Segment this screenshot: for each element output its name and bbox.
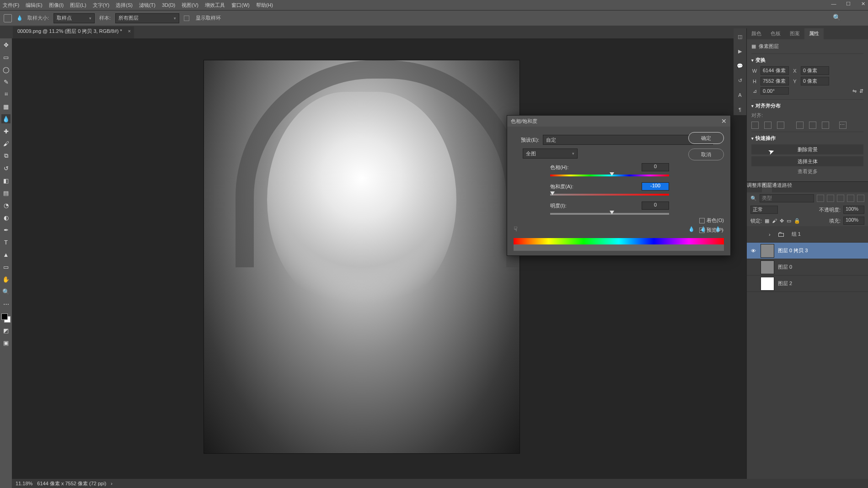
align-right-icon[interactable] bbox=[777, 122, 784, 129]
align-top-icon[interactable] bbox=[796, 122, 804, 129]
gradient-tool[interactable]: ▤ bbox=[1, 188, 11, 197]
lock-nest-icon[interactable]: ▭ bbox=[787, 218, 791, 224]
tab-paths[interactable]: 路径 bbox=[782, 182, 792, 192]
tab-properties[interactable]: 属性 bbox=[804, 28, 824, 39]
close-tab-icon[interactable]: × bbox=[128, 28, 130, 34]
hue-saturation-dialog[interactable]: 色相/饱和度 ✕ 预设(E): 自定 ⚙ 确定 取消 全图 色相(H): 0 饱… bbox=[507, 115, 731, 256]
layer-thumbnail[interactable] bbox=[761, 244, 774, 258]
see-more-link[interactable]: 查看更多 bbox=[751, 168, 863, 175]
blur-tool[interactable]: ◔ bbox=[1, 201, 11, 210]
filter-type-icon[interactable] bbox=[837, 195, 844, 202]
eyedropper-tool[interactable]: 💧 bbox=[1, 114, 11, 123]
align-more-icon[interactable]: ⋯ bbox=[839, 122, 847, 129]
tab-layers[interactable]: 图层 bbox=[762, 182, 772, 192]
edit-toolbar[interactable]: ⋯ bbox=[1, 299, 11, 308]
menu-3d[interactable]: 3D(D) bbox=[162, 2, 175, 8]
saturation-input[interactable]: -100 bbox=[642, 182, 669, 191]
tab-color[interactable]: 颜色 bbox=[747, 28, 766, 39]
lock-image-icon[interactable]: 🖌 bbox=[772, 218, 777, 223]
menu-layer[interactable]: 图层(L) bbox=[70, 2, 86, 9]
fill-field[interactable]: 100% bbox=[843, 217, 864, 225]
filter-search-icon[interactable]: 🔍 bbox=[750, 196, 757, 202]
filter-adjust-icon[interactable] bbox=[827, 195, 834, 202]
cancel-button[interactable]: 取消 bbox=[688, 149, 724, 160]
ok-button[interactable]: 确定 bbox=[688, 132, 724, 144]
menu-filter[interactable]: 滤镜(T) bbox=[139, 2, 155, 9]
hue-input[interactable]: 0 bbox=[642, 163, 669, 171]
eraser-tool[interactable]: ◧ bbox=[1, 176, 11, 185]
filter-shape-icon[interactable] bbox=[847, 195, 854, 202]
sample-select[interactable]: 所有图层 bbox=[115, 13, 179, 23]
lightness-slider[interactable] bbox=[550, 212, 669, 216]
align-left-icon[interactable] bbox=[751, 122, 759, 129]
marquee-tool[interactable]: ▭ bbox=[1, 53, 11, 62]
move-tool[interactable]: ✥ bbox=[1, 40, 11, 49]
align-hcenter-icon[interactable] bbox=[764, 122, 772, 129]
tab-gradient[interactable]: 图案 bbox=[785, 28, 804, 39]
y-field[interactable]: 0 像素 bbox=[801, 77, 829, 85]
collapsed-tab-icon[interactable]: ◫ bbox=[736, 34, 744, 42]
zoom-tool[interactable]: 🔍 bbox=[1, 287, 11, 296]
dialog-close-icon[interactable]: ✕ bbox=[721, 117, 727, 125]
layer-thumbnail[interactable] bbox=[761, 260, 774, 274]
layer-name[interactable]: 组 1 bbox=[792, 231, 801, 238]
layer-row-2[interactable]: 图层 2 bbox=[747, 276, 868, 292]
text-tool[interactable]: T bbox=[1, 238, 11, 247]
menu-select[interactable]: 选择(S) bbox=[116, 2, 133, 9]
flip-h-icon[interactable]: ⇋ bbox=[852, 88, 857, 94]
blend-mode-select[interactable]: 正常 bbox=[750, 206, 778, 214]
dodge-tool[interactable]: ◐ bbox=[1, 213, 11, 222]
lock-trans-icon[interactable]: ▦ bbox=[765, 218, 769, 224]
lock-all-icon[interactable]: 🔒 bbox=[794, 218, 800, 224]
channel-select[interactable]: 全图 bbox=[523, 149, 578, 159]
search-icon[interactable]: 🔍 bbox=[833, 14, 841, 21]
lock-pos-icon[interactable]: ✥ bbox=[780, 218, 784, 224]
hue-slider[interactable] bbox=[550, 173, 669, 178]
quickmask-toggle[interactable]: ◩ bbox=[1, 326, 11, 335]
screenmode-toggle[interactable]: ▣ bbox=[1, 338, 11, 347]
tab-swatch[interactable]: 色板 bbox=[766, 28, 785, 39]
opacity-field[interactable]: 100% bbox=[843, 206, 864, 214]
hand-tool[interactable]: ✋ bbox=[1, 275, 11, 284]
collapsed-paragraph-icon[interactable]: ¶ bbox=[736, 107, 744, 115]
select-subject-button[interactable]: 选择主体 bbox=[751, 156, 863, 166]
menu-view[interactable]: 视图(V) bbox=[182, 2, 198, 9]
show-ring-checkbox[interactable] bbox=[184, 16, 189, 21]
align-bottom-icon[interactable] bbox=[822, 122, 829, 129]
align-heading[interactable]: 对齐并分布 bbox=[751, 102, 863, 109]
flip-v-icon[interactable]: ⇵ bbox=[859, 88, 863, 94]
menu-window[interactable]: 窗口(W) bbox=[231, 2, 250, 9]
menu-edit[interactable]: 编辑(E) bbox=[26, 2, 43, 9]
align-vcenter-icon[interactable] bbox=[809, 122, 816, 129]
layer-name[interactable]: 图层 2 bbox=[778, 280, 792, 287]
visibility-toggle[interactable]: 👁 bbox=[750, 248, 757, 254]
zoom-readout[interactable]: 11.18% bbox=[16, 481, 32, 486]
home-icon[interactable] bbox=[4, 14, 12, 22]
layer-row-group[interactable]: › 🗀 组 1 bbox=[747, 226, 868, 243]
pen-tool[interactable]: ✒ bbox=[1, 225, 11, 234]
stamp-tool[interactable]: ⧉ bbox=[1, 151, 11, 160]
preset-select[interactable]: 自定 bbox=[543, 135, 713, 145]
scrubby-icon[interactable]: ☟ bbox=[514, 225, 518, 233]
window-minimize[interactable]: — bbox=[830, 1, 837, 7]
tab-libraries[interactable]: 库 bbox=[757, 182, 762, 192]
collapsed-play-icon[interactable]: ▶ bbox=[736, 48, 744, 57]
layer-row-copy3[interactable]: 👁 图层 0 拷贝 3 bbox=[747, 243, 868, 259]
sample-size-select[interactable]: 取样点 bbox=[54, 13, 95, 23]
tab-channels[interactable]: 通道 bbox=[772, 182, 782, 192]
height-field[interactable]: 7552 像素 bbox=[761, 77, 789, 85]
filter-pixel-icon[interactable] bbox=[817, 195, 824, 202]
frame-tool[interactable]: ▦ bbox=[1, 102, 11, 111]
canvas-area[interactable] bbox=[12, 38, 746, 479]
layer-name[interactable]: 图层 0 bbox=[778, 264, 792, 271]
lasso-tool[interactable]: ◯ bbox=[1, 65, 11, 74]
menu-file[interactable]: 文件(F) bbox=[3, 2, 19, 9]
menu-image[interactable]: 图像(I) bbox=[49, 2, 64, 9]
lightness-input[interactable]: 0 bbox=[642, 202, 669, 210]
brush-tool[interactable]: 🖌 bbox=[1, 139, 11, 148]
tab-adjustments[interactable]: 调整 bbox=[747, 182, 757, 192]
healing-tool[interactable]: ✚ bbox=[1, 127, 11, 136]
collapsed-type-icon[interactable]: A bbox=[736, 92, 744, 101]
x-field[interactable]: 0 像素 bbox=[801, 66, 829, 75]
angle-field[interactable]: 0.00° bbox=[761, 87, 789, 95]
